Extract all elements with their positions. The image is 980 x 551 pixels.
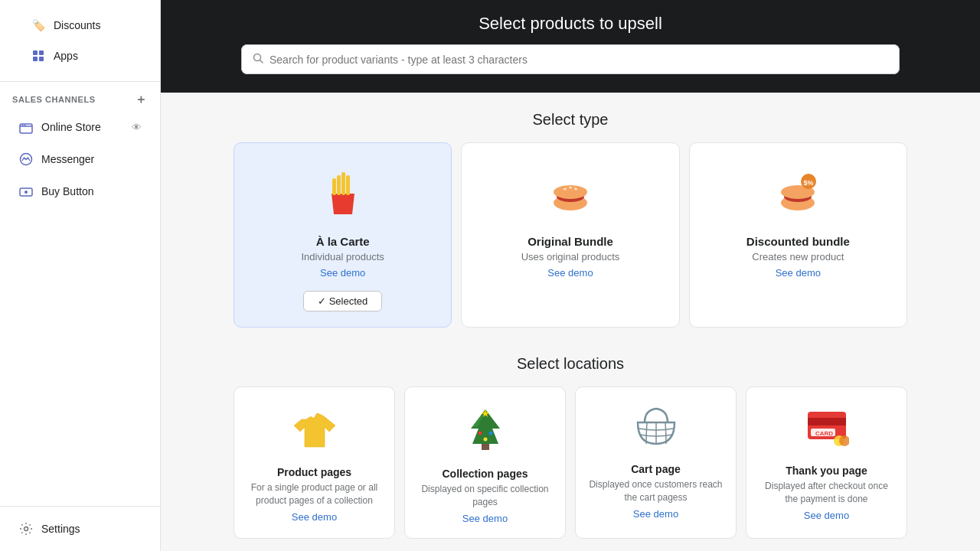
product-pages-description: For a single product page or all product… <box>247 481 382 507</box>
sidebar-item-label: Buy Button <box>41 185 94 197</box>
sidebar-bottom: Settings <box>0 506 160 551</box>
cart-page-demo-link[interactable]: See demo <box>633 508 678 520</box>
search-bar <box>241 44 900 74</box>
collection-pages-description: Displayed on specific collection pages <box>417 483 553 509</box>
sidebar: 🏷️ Discounts Apps SALES CHANNELS ＋ <box>0 0 161 551</box>
original-bundle-icon <box>547 165 593 224</box>
discounted-bundle-title: Discounted bundle <box>746 235 850 248</box>
a-la-carte-title: À la Carte <box>316 235 370 248</box>
svg-rect-35 <box>808 418 846 425</box>
sidebar-item-buy-button[interactable]: Buy Button <box>6 177 154 206</box>
sidebar-item-label: Settings <box>41 523 80 535</box>
original-bundle-demo-link[interactable]: See demo <box>547 267 593 279</box>
svg-rect-3 <box>39 57 44 61</box>
sidebar-item-label: Discounts <box>54 19 100 31</box>
svg-point-5 <box>22 125 24 126</box>
svg-rect-0 <box>33 51 38 55</box>
svg-text:$%: $% <box>804 179 814 187</box>
page-title: Select products to upsell <box>179 14 962 34</box>
svg-text:CARD: CARD <box>815 430 833 437</box>
a-la-carte-demo-link[interactable]: See demo <box>320 267 365 279</box>
select-locations-section: Select locations Product pages For a sin… <box>218 337 923 548</box>
svg-rect-1 <box>39 51 44 55</box>
search-input[interactable] <box>270 54 888 66</box>
thank-you-page-description: Displayed after checkout once the paymen… <box>759 480 894 506</box>
product-pages-demo-link[interactable]: See demo <box>292 511 337 523</box>
svg-point-9 <box>24 191 28 194</box>
cart-page-title: Cart page <box>631 463 681 475</box>
select-locations-title: Select locations <box>234 355 907 373</box>
location-card-product-pages[interactable]: Product pages For a single product page … <box>234 386 395 539</box>
svg-point-6 <box>24 125 26 126</box>
type-card-discounted-bundle[interactable]: $% Discounted bundle Creates new product… <box>689 142 907 328</box>
svg-point-33 <box>483 438 487 442</box>
location-card-cart-page[interactable]: Cart page Displayed once customers reach… <box>575 386 737 539</box>
svg-rect-13 <box>341 172 345 195</box>
select-type-section: Select type À la Carte <box>218 93 923 337</box>
selected-badge: ✓ Selected <box>303 291 382 311</box>
svg-rect-15 <box>332 178 336 195</box>
product-pages-title: Product pages <box>277 466 351 478</box>
sidebar-item-messenger[interactable]: Messenger <box>6 145 154 174</box>
original-bundle-description: Uses original products <box>521 251 620 262</box>
a-la-carte-icon <box>320 165 366 224</box>
svg-rect-4 <box>20 124 32 133</box>
svg-point-10 <box>24 527 28 531</box>
discounted-bundle-icon: $% <box>775 165 821 224</box>
svg-rect-12 <box>337 175 341 195</box>
svg-rect-29 <box>482 444 489 450</box>
a-la-carte-description: Individual products <box>301 251 384 262</box>
type-card-original-bundle[interactable]: Original Bundle Uses original products S… <box>461 142 679 328</box>
svg-point-31 <box>478 432 482 435</box>
product-pages-icon <box>294 406 335 457</box>
original-bundle-title: Original Bundle <box>528 235 613 248</box>
apps-icon <box>31 48 46 64</box>
sidebar-item-discounts[interactable]: 🏷️ Discounts <box>18 11 142 40</box>
messenger-icon <box>18 152 34 167</box>
sales-channels-header: SALES CHANNELS ＋ <box>0 82 160 111</box>
sidebar-item-label: Online Store <box>41 121 101 133</box>
svg-rect-14 <box>346 175 350 195</box>
discounted-bundle-demo-link[interactable]: See demo <box>776 267 821 279</box>
type-cards-container: À la Carte Individual products See demo … <box>234 142 907 328</box>
location-cards-container: Product pages For a single product page … <box>234 386 907 539</box>
collection-pages-title: Collection pages <box>442 468 528 480</box>
svg-point-20 <box>569 187 572 188</box>
sidebar-item-label: Apps <box>54 50 78 62</box>
add-sales-channel-button[interactable]: ＋ <box>134 93 148 106</box>
search-icon <box>253 53 263 66</box>
svg-point-32 <box>488 432 492 435</box>
svg-rect-2 <box>33 57 38 61</box>
eye-icon[interactable]: 👁 <box>132 122 142 133</box>
settings-icon <box>18 521 34 536</box>
main-content: Select products to upsell Select type <box>161 0 980 551</box>
sidebar-top: 🏷️ Discounts Apps <box>0 0 160 82</box>
online-store-icon <box>18 119 34 135</box>
location-card-thank-you-page[interactable]: CARD Thank you page Displayed after chec… <box>746 386 907 539</box>
thank-you-page-title: Thank you page <box>786 465 867 477</box>
sidebar-item-online-store[interactable]: Online Store 👁 <box>6 112 154 142</box>
sidebar-item-settings[interactable]: Settings <box>6 514 154 543</box>
type-card-a-la-carte[interactable]: À la Carte Individual products See demo … <box>234 142 452 328</box>
location-card-collection-pages[interactable]: Collection pages Displayed on specific c… <box>404 386 566 539</box>
collection-pages-icon <box>465 406 506 458</box>
sidebar-item-apps[interactable]: Apps <box>18 41 142 70</box>
thank-you-page-demo-link[interactable]: See demo <box>804 510 849 521</box>
collection-pages-demo-link[interactable]: See demo <box>462 513 508 524</box>
thank-you-page-icon: CARD <box>805 406 849 455</box>
cart-page-description: Displayed once customers reach the cart … <box>588 478 724 504</box>
select-type-title: Select type <box>234 111 907 129</box>
header-banner: Select products to upsell <box>161 0 980 93</box>
discounted-bundle-description: Creates new product <box>752 251 844 262</box>
search-bar-wrap <box>241 44 900 74</box>
discounts-icon: 🏷️ <box>31 18 46 33</box>
sidebar-item-label: Messenger <box>41 153 94 165</box>
cart-page-icon <box>633 406 679 454</box>
buy-button-icon <box>18 184 34 199</box>
